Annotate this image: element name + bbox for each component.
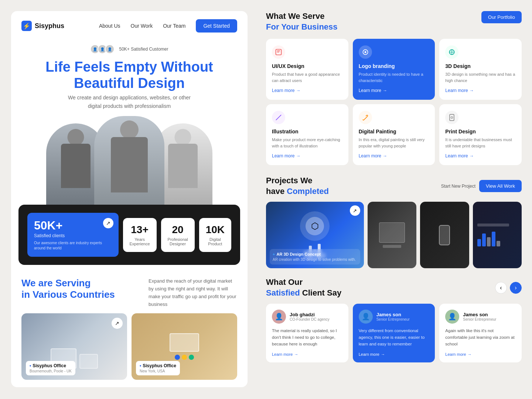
serving-top: We are Serving in Various Countries Expa… bbox=[21, 277, 237, 308]
testi-role-1: Senior Entrepreneur bbox=[376, 317, 410, 321]
service-card-1: Logo branding Product identity is needed… bbox=[353, 39, 435, 100]
service-desc-5: It is undeniable that businesses must st… bbox=[445, 137, 516, 149]
service-card-0: UI/UX Design Product that have a good ap… bbox=[266, 39, 348, 100]
stat-num-3: 10K bbox=[206, 224, 225, 236]
project-tag-desc-0: AR creation with 3D design to solve prob… bbox=[273, 258, 357, 262]
services-title: What We Serve For Your Business bbox=[266, 11, 338, 32]
service-learn-more-0[interactable]: Learn more → bbox=[272, 88, 342, 93]
service-learn-more-5[interactable]: Learn more → bbox=[445, 153, 516, 158]
testi-text-0: The material is really updated, so I don… bbox=[272, 327, 342, 348]
stat-experience: 13+ Years Experience bbox=[123, 218, 157, 252]
testi-avatar-1: 👤 bbox=[359, 310, 373, 324]
avatar-3: 👤 bbox=[105, 44, 115, 54]
testimonials-next-button[interactable]: › bbox=[510, 282, 522, 294]
service-learn-more-3[interactable]: Learn more → bbox=[272, 153, 342, 158]
testi-name-1: James son bbox=[376, 312, 410, 317]
hero-image bbox=[11, 116, 248, 205]
service-title-1: Logo branding bbox=[359, 63, 429, 69]
stat-num-1: 13+ bbox=[130, 224, 150, 236]
testimonials-prev-button[interactable]: ‹ bbox=[495, 282, 507, 294]
testi-text-2: Again with like this it's not comfortabl… bbox=[445, 327, 516, 348]
stat-satisfied: ↗ 50K+ Satisfied clients Our awesome cli… bbox=[27, 213, 119, 257]
get-started-button[interactable]: Get Started bbox=[196, 19, 237, 33]
project-card-1 bbox=[368, 202, 416, 268]
services-header: What We Serve For Your Business Our Port… bbox=[266, 11, 522, 32]
project-card-0: ⬡ ↗ AR 3D Design Concept AR c bbox=[266, 202, 364, 268]
stat-desc-0: Our awesome clients are industry experts… bbox=[34, 241, 112, 251]
service-desc-3: Make your product more eye-catching with… bbox=[272, 137, 342, 149]
nav-about[interactable]: About Us bbox=[99, 23, 120, 29]
office-tag-1: Sisyphus Office Bournemouth, Poole - UK bbox=[26, 361, 75, 375]
hero-persons bbox=[42, 116, 216, 205]
service-icon-2 bbox=[445, 45, 458, 59]
service-card-5: Print Design It is undeniable that busin… bbox=[439, 104, 522, 165]
projects-title: Projects We have Completed bbox=[266, 175, 329, 197]
testi-learn-more-2[interactable]: Learn more → bbox=[445, 352, 516, 357]
testi-header-0: 👤 Job ghadzi CO-Founder DC agency bbox=[272, 310, 342, 324]
office-name-1: Sisyphus Office bbox=[30, 363, 72, 368]
project-bg-1 bbox=[368, 202, 416, 268]
service-title-5: Print Design bbox=[445, 129, 516, 134]
navigation: ⚡ Sisyphus About Us Our Work Our Team Ge… bbox=[11, 11, 248, 41]
project-arrow-0[interactable]: ↗ bbox=[350, 205, 360, 216]
service-learn-more-1[interactable]: Learn more → bbox=[359, 88, 429, 93]
serving-title-2: in Various Countries bbox=[21, 289, 115, 300]
hero-headline: Life Feels Empty Without Beautiful Desig… bbox=[26, 59, 233, 91]
testi-learn-more-1[interactable]: Learn more → bbox=[359, 352, 429, 357]
stat-label-0: Satisfied clients bbox=[34, 233, 112, 238]
office-image-2: Sisyphus Office New York, USA bbox=[132, 313, 237, 380]
service-icon-5 bbox=[445, 111, 458, 124]
service-learn-more-2[interactable]: Learn more → bbox=[445, 88, 516, 93]
testi-header-1: 👤 James son Senior Entrepreneur bbox=[359, 310, 429, 324]
projects-title-1: Projects We bbox=[266, 176, 313, 185]
nav-work[interactable]: Our Work bbox=[131, 23, 153, 29]
stat-label-2: Profesional Designer bbox=[168, 237, 188, 246]
logo-text: Sisyphus bbox=[35, 22, 64, 30]
testimonial-card-1: 👤 James son Senior Entrepreneur Very dif… bbox=[353, 304, 435, 362]
service-learn-more-4[interactable]: Learn more → bbox=[359, 153, 429, 158]
svg-point-2 bbox=[364, 51, 366, 53]
testi-role-0: CO-Founder DC agency bbox=[290, 317, 330, 321]
portfolio-button[interactable]: Our Portfolio bbox=[481, 11, 522, 23]
service-title-2: 3D Design bbox=[445, 63, 516, 69]
testi-avatar-0: 👤 bbox=[272, 310, 286, 324]
project-bg-2 bbox=[420, 202, 469, 268]
service-title-3: Illustration bbox=[272, 129, 342, 134]
testimonials-title: What Our Satisfied Client Say bbox=[266, 277, 341, 298]
testi-learn-more-0[interactable]: Learn more → bbox=[272, 352, 342, 357]
testimonials-title-1: What Our bbox=[266, 277, 303, 287]
service-title-4: Digital Painting bbox=[359, 129, 429, 134]
logo-icon: ⚡ bbox=[21, 21, 32, 31]
serving-desc: Expand the reach of your digital market … bbox=[149, 277, 237, 308]
testi-text-1: Very different from conventional agency,… bbox=[359, 327, 429, 348]
project-card-2 bbox=[420, 202, 469, 268]
stat-num-2: 20 bbox=[168, 224, 188, 236]
testi-role-2: Senior Entrepreneur bbox=[463, 317, 496, 321]
office-name-2: Sisyphus Office bbox=[140, 363, 176, 368]
office-loc-2: New York, USA bbox=[140, 369, 176, 373]
svg-point-5 bbox=[451, 117, 453, 119]
nav-links: About Us Our Work Our Team bbox=[99, 23, 185, 29]
service-icon-0 bbox=[272, 45, 285, 59]
services-title-2: For Your Business bbox=[266, 22, 338, 31]
office-image-1: ↗ Sisyphus Office Bournemouth, Poole - U… bbox=[21, 313, 127, 380]
project-tag-name-0: AR 3D Design Concept bbox=[273, 252, 357, 256]
projects-section: Projects We have Completed Start New Pro… bbox=[266, 175, 522, 268]
logo[interactable]: ⚡ Sisyphus bbox=[21, 21, 64, 31]
nav-team[interactable]: Our Team bbox=[163, 23, 185, 29]
projects-title-2: have Completed bbox=[266, 187, 329, 196]
svg-rect-4 bbox=[450, 115, 454, 121]
testimonials-header: What Our Satisfied Client Say ‹ › bbox=[266, 277, 522, 298]
testimonials-title-2: Satisfied Client Say bbox=[266, 288, 341, 297]
hero-subtitle: We create and design applications, websi… bbox=[63, 93, 196, 110]
projects-grid: ⬡ ↗ AR 3D Design Concept AR c bbox=[266, 202, 522, 268]
hero-rating-text: 50K+ Satisfied Customer bbox=[119, 47, 168, 52]
serving-section: We are Serving in Various Countries Expa… bbox=[11, 274, 248, 387]
service-desc-2: 3D design is something new and has a hig… bbox=[445, 71, 516, 83]
office-images: ↗ Sisyphus Office Bournemouth, Poole - U… bbox=[21, 313, 237, 380]
view-all-button[interactable]: View All Work bbox=[479, 180, 522, 192]
hero-headline-1: Life Feels Empty Without bbox=[45, 59, 213, 75]
testi-header-2: 👤 James son Senior Entrepreneur bbox=[445, 310, 516, 324]
service-icon-1 bbox=[359, 45, 372, 59]
start-project-link[interactable]: Start New Project bbox=[441, 184, 475, 189]
